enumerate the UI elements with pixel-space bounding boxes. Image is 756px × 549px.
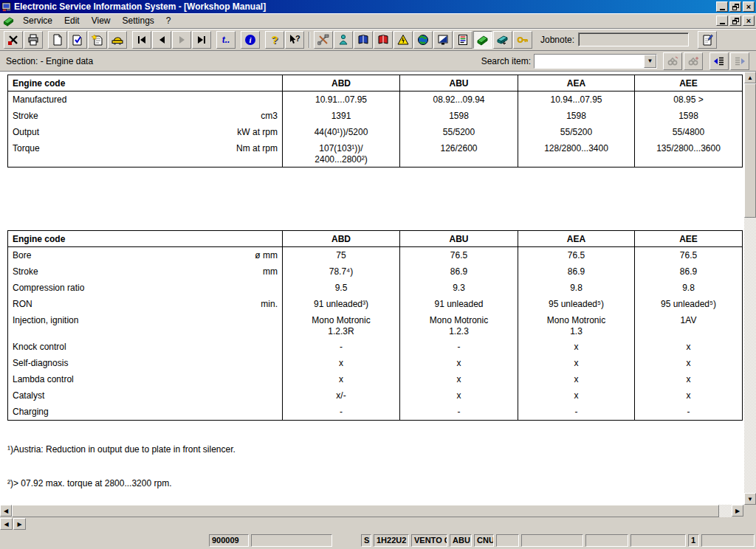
search-previous-button[interactable] — [663, 52, 682, 70]
restore-icon — [732, 18, 739, 24]
horizontal-scrollbar[interactable]: ◀ ▶ — [0, 505, 756, 517]
row-label: Bore — [13, 250, 31, 261]
row-label: RON — [13, 299, 32, 310]
vertical-scrollbar[interactable]: ▲ ▼ — [744, 72, 756, 505]
cell-value: x — [634, 371, 742, 387]
exit-button[interactable] — [4, 31, 23, 49]
header-aea: AEA — [518, 75, 634, 92]
cell-value: 10.91...07.95 — [282, 92, 399, 108]
status-panel — [521, 534, 583, 547]
print-icon — [27, 34, 39, 46]
row-unit: kW at rpm — [237, 127, 278, 138]
manual-icon[interactable] — [3, 15, 15, 27]
horizontal-scroll-thumb[interactable] — [12, 505, 719, 517]
previous-record-button[interactable] — [152, 31, 171, 49]
vehicle-button[interactable] — [108, 31, 127, 49]
table-row: Knock control - - x x — [8, 339, 742, 355]
list-in-button[interactable] — [709, 52, 729, 70]
cell-value: 76.5 — [518, 247, 634, 263]
manual-red-button[interactable] — [374, 31, 393, 49]
scroll-left-button[interactable]: ◀ — [0, 505, 12, 517]
context-help-button[interactable]: ? — [285, 31, 304, 49]
table-row: Charging - - - - — [8, 404, 742, 420]
status-page-number: 1 — [688, 534, 699, 547]
cell-value: - — [634, 404, 742, 420]
last-record-button[interactable] — [192, 31, 211, 49]
menu-help[interactable]: ? — [160, 14, 177, 27]
info-icon: i — [245, 35, 255, 45]
mdi-restore-button[interactable] — [729, 15, 741, 26]
minimize-button[interactable] — [716, 1, 728, 12]
table-row: Self-diagnosis x x x x — [8, 355, 742, 371]
display-button[interactable] — [433, 31, 453, 49]
dropdown-button[interactable]: ▼ — [644, 55, 656, 68]
tab-scroll-left-button[interactable]: ◀ — [0, 518, 13, 530]
status-engine-code: ABU — [450, 534, 472, 547]
scroll-right-button[interactable]: ▶ — [732, 505, 743, 517]
scroll-down-icon: ▼ — [747, 496, 753, 503]
cell-value: Mono Motronic 1.2.3 — [399, 312, 518, 339]
customer-icon — [337, 34, 349, 46]
menu-settings[interactable]: Settings — [117, 14, 160, 27]
restore-button[interactable] — [729, 1, 741, 12]
close-button[interactable]: × — [743, 1, 755, 12]
search-item-combobox[interactable]: ▼ — [534, 54, 657, 69]
tab-scroll-right-button[interactable]: ▶ — [13, 518, 26, 530]
jobnote-properties-button[interactable] — [698, 31, 717, 49]
scroll-up-button[interactable]: ▲ — [744, 72, 756, 83]
cell-value: 91 unleaded — [399, 296, 518, 312]
manual-red-icon — [377, 34, 389, 46]
first-record-button[interactable] — [132, 31, 151, 49]
toolbar-separator — [309, 32, 310, 48]
last-record-icon — [196, 34, 207, 46]
exit-icon — [7, 34, 19, 46]
minimize-icon — [720, 23, 725, 24]
document-check-icon — [72, 34, 83, 46]
header-abd: ABD — [282, 75, 399, 92]
warning-button[interactable] — [394, 31, 413, 49]
globe-button[interactable] — [413, 31, 433, 49]
mdi-close-button[interactable]: × — [743, 15, 755, 26]
table-row: TorqueNm at rpm 107(103¹))/ 2400...2800²… — [8, 140, 742, 167]
cell-value: Mono Motronic 1.3 — [518, 312, 634, 339]
goto-button[interactable]: t.. — [216, 31, 236, 49]
engine-data-table-2: Engine code ABD ABU AEA AEE Boreø mm 75 … — [7, 230, 743, 421]
tools-button[interactable] — [314, 31, 333, 49]
help-button[interactable]: ? — [265, 31, 284, 49]
menu-edit[interactable]: Edit — [58, 14, 86, 27]
mdi-minimize-button[interactable] — [716, 15, 728, 26]
next-record-button[interactable] — [172, 31, 191, 49]
jobnote-input[interactable] — [578, 32, 689, 46]
teal-tool-button[interactable] — [493, 31, 512, 49]
row-unit: cm3 — [261, 111, 278, 122]
print-button[interactable] — [24, 31, 43, 49]
table-row: Boreø mm 75 76.5 76.5 76.5 — [8, 247, 742, 263]
document-check-button[interactable] — [68, 31, 87, 49]
search-input[interactable] — [535, 55, 644, 68]
new-entry-button[interactable] — [88, 31, 107, 49]
cell-value: x — [518, 339, 634, 355]
cell-value: 08.95 > — [634, 92, 742, 108]
cell-value: x — [399, 387, 518, 404]
scroll-down-button[interactable]: ▼ — [744, 493, 756, 505]
document-list-button[interactable] — [453, 31, 472, 49]
cell-value: 1AV — [634, 312, 742, 339]
status-model-code: 1H22U2 — [374, 534, 409, 547]
list-out-button[interactable] — [730, 52, 749, 70]
key-button[interactable] — [513, 31, 532, 49]
menu-view[interactable]: View — [86, 14, 117, 27]
search-next-button[interactable] — [684, 52, 703, 70]
row-label: Torque — [13, 143, 40, 154]
green-tool-button[interactable] — [473, 31, 492, 49]
info-button[interactable]: i — [241, 31, 260, 49]
menu-service[interactable]: Service — [17, 14, 58, 27]
new-document-button[interactable] — [48, 31, 67, 49]
scroll-left-icon: ◀ — [4, 521, 8, 528]
vertical-scroll-thumb[interactable] — [744, 83, 756, 218]
status-panel — [496, 534, 519, 547]
customer-button[interactable] — [334, 31, 353, 49]
cell-value: - — [399, 339, 518, 355]
manual-blue-button[interactable] — [354, 31, 373, 49]
row-unit: min. — [261, 299, 278, 310]
header-aee: AEE — [634, 231, 742, 247]
